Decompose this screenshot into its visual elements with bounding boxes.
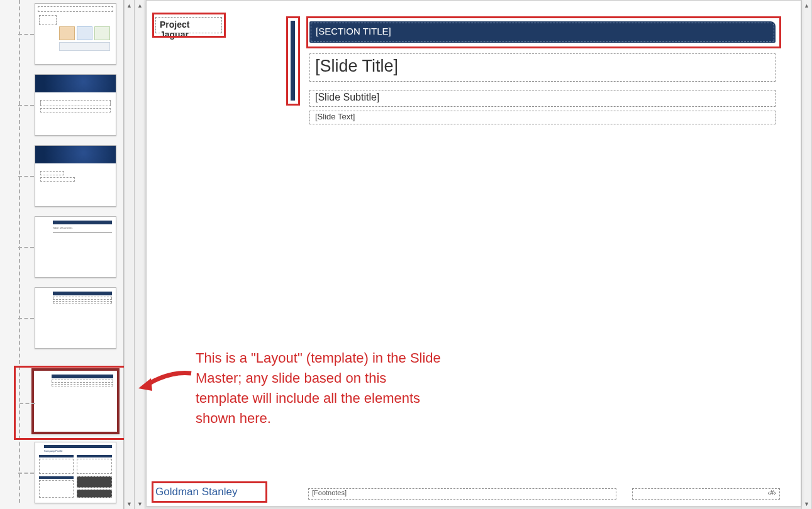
scroll-up-icon[interactable]: ▲ bbox=[802, 0, 811, 11]
company-name-placeholder[interactable]: Goldman Stanley bbox=[155, 486, 237, 498]
slide-subtitle-placeholder[interactable]: [Slide Subtitle] bbox=[309, 90, 776, 107]
project-name-placeholder[interactable]: Project Jaguar bbox=[155, 17, 222, 33]
thumbnail-panel-scrollbar[interactable]: ▲ ▼ bbox=[124, 0, 135, 509]
page-number-placeholder[interactable]: ‹#› bbox=[632, 488, 780, 500]
accent-bar bbox=[291, 21, 295, 101]
scroll-up-icon[interactable]: ▲ bbox=[125, 0, 134, 11]
layout-thumbnail-5[interactable] bbox=[35, 287, 116, 349]
editor-scrollbar[interactable]: ▲ ▼ bbox=[135, 0, 145, 509]
footnotes-placeholder[interactable]: [Footnotes] bbox=[308, 488, 616, 500]
layout-thumbnail-4[interactable]: Table of Contents bbox=[35, 216, 116, 278]
slide-text-placeholder[interactable]: [Slide Text] bbox=[309, 111, 776, 124]
layout-thumbnail-1[interactable] bbox=[35, 3, 116, 65]
slide-master-thumbnail-panel: Table of Contents Company Profile bbox=[0, 0, 124, 509]
thumbnail-tree-connector bbox=[19, 0, 20, 503]
editor-right-scrollbar[interactable]: ▲ ▼ bbox=[801, 0, 812, 509]
slide-title-placeholder[interactable]: [Slide Title] bbox=[309, 53, 776, 82]
scroll-up-icon[interactable]: ▲ bbox=[135, 0, 145, 11]
scroll-down-icon[interactable]: ▼ bbox=[802, 498, 811, 509]
scroll-down-icon[interactable]: ▼ bbox=[125, 498, 134, 509]
layout-thumbnail-6-selected[interactable] bbox=[31, 368, 120, 434]
section-title-placeholder[interactable]: [SECTION TITLE] bbox=[309, 21, 776, 43]
layout-thumbnail-2[interactable] bbox=[35, 74, 116, 136]
slide-layout-canvas[interactable]: Project Jaguar [SECTION TITLE] [Slide Ti… bbox=[146, 0, 801, 506]
scroll-down-icon[interactable]: ▼ bbox=[135, 498, 145, 509]
layout-thumbnail-3[interactable] bbox=[35, 145, 116, 207]
layout-thumbnail-7[interactable]: Company Profile bbox=[35, 442, 116, 503]
